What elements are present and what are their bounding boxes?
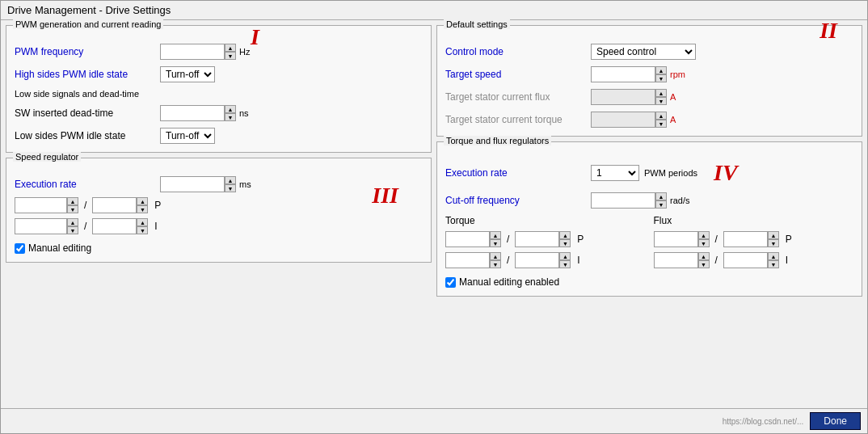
speed-i-val1-input[interactable]: 700 (15, 218, 67, 234)
flux-p-val1-up[interactable]: ▲ (698, 231, 710, 239)
pwm-frequency-down[interactable]: ▼ (225, 52, 236, 60)
cutoff-freq-down[interactable]: ▼ (655, 200, 667, 209)
torque-p-val1-spinner[interactable]: 2428 ▲ ▼ (445, 231, 501, 247)
control-mode-select[interactable]: Speed control Torque control Flux contro… (591, 44, 696, 60)
torque-i-val1-down[interactable]: ▼ (490, 260, 501, 268)
speed-p-val2-up[interactable]: ▲ (137, 197, 148, 205)
flux-i-label: I (786, 255, 788, 266)
target-speed-up[interactable]: ▲ (655, 66, 667, 74)
target-flux-label: Target stator current flux (445, 91, 591, 103)
sw-dead-time-down[interactable]: ▼ (225, 113, 236, 121)
flux-i-val1-down[interactable]: ▼ (698, 260, 710, 268)
flux-i-val1-spinner[interactable]: 180 ▲ ▼ (654, 252, 710, 268)
torque-p-val1-down[interactable]: ▼ (490, 239, 501, 247)
flux-i-val1-up[interactable]: ▲ (698, 252, 710, 260)
flux-p-val1-input[interactable]: 2400 (654, 231, 698, 247)
roman-i: I (251, 24, 259, 50)
torque-i-val2-up[interactable]: ▲ (559, 252, 571, 260)
speed-i-val1-down[interactable]: ▼ (67, 226, 78, 234)
speed-p-row: 1000 ▲ ▼ / 16 ▲ ▼ P (15, 197, 423, 213)
speed-regulator-label: Speed regulator (13, 152, 81, 162)
torque-p-val2-down[interactable]: ▼ (559, 239, 571, 247)
torque-i-val1-spinner[interactable]: 177 ▲ ▼ (445, 252, 501, 268)
speed-i-val2-input[interactable]: 256 (92, 218, 137, 234)
torque-p-row: 2428 ▲ ▼ / 8192 ▲ (445, 231, 646, 247)
torque-p-val1-input[interactable]: 2428 (445, 231, 490, 247)
sw-dead-time-spinner[interactable]: 800 ▲ ▼ (160, 105, 236, 121)
footer-bar: https://blog.csdn.net/... Done (1, 408, 867, 433)
torque-i-val2-spinner[interactable]: 16384 ▲ ▼ (515, 252, 571, 268)
cutoff-freq-input[interactable]: 2000 (591, 192, 655, 209)
speed-i-val2-spinner[interactable]: 256 ▲ ▼ (92, 218, 148, 234)
speed-p-val2-spinner[interactable]: 16 ▲ ▼ (92, 197, 148, 213)
tf-manual-editing-checkbox[interactable] (445, 277, 456, 288)
speed-manual-editing-checkbox[interactable] (15, 243, 25, 254)
pwm-frequency-input[interactable]: 16000 (160, 44, 225, 60)
flux-i-val2-down[interactable]: ▼ (768, 260, 779, 268)
speed-p-val2-down[interactable]: ▼ (137, 205, 148, 213)
target-speed-spinner[interactable]: 1500 ▲ ▼ (591, 66, 667, 82)
target-speed-input[interactable]: 1500 (591, 66, 655, 82)
torque-i-val2-down[interactable]: ▼ (559, 260, 571, 268)
main-window: Drive Management - Drive Settings PWM ge… (0, 0, 868, 434)
pwm-frequency-spinner[interactable]: 16000 ▲ ▼ (160, 44, 236, 60)
flux-p-val2-input[interactable]: 8200 (723, 231, 768, 247)
target-flux-down[interactable]: ▼ (655, 97, 667, 105)
target-flux-up[interactable]: ▲ (655, 89, 667, 97)
done-button[interactable]: Done (810, 412, 861, 430)
flux-p-val1-down[interactable]: ▼ (698, 239, 710, 247)
target-flux-unit: A (670, 92, 676, 102)
flux-i-val2-spinner[interactable]: 16340 ▲ ▼ (723, 252, 779, 268)
speed-exec-rate-unit: ms (239, 179, 251, 189)
torque-p-val2-up[interactable]: ▲ (559, 231, 571, 239)
torque-i-val2-input[interactable]: 16384 (515, 252, 559, 268)
torque-i-val1-input[interactable]: 177 (445, 252, 490, 268)
sw-dead-time-input[interactable]: 800 (160, 105, 225, 121)
torque-i-label: I (577, 255, 579, 266)
high-side-select[interactable]: Turn-off Turn-on (160, 66, 215, 82)
pwm-frequency-up[interactable]: ▲ (225, 44, 236, 52)
sw-dead-time-row: SW inserted dead-time 800 ▲ ▼ ns (15, 105, 423, 121)
speed-p-val1-spinner[interactable]: 1000 ▲ ▼ (15, 197, 78, 213)
cutoff-freq-up[interactable]: ▲ (655, 192, 667, 200)
target-flux-spinner[interactable]: 0.00 ▲ ▼ (591, 89, 667, 105)
tf-manual-editing-row: Manual editing enabled (445, 276, 853, 288)
flux-i-val2-input[interactable]: 16340 (723, 252, 768, 268)
speed-i-val1-up[interactable]: ▲ (67, 218, 78, 226)
target-flux-input[interactable]: 0.00 (591, 89, 655, 105)
speed-exec-rate-down[interactable]: ▼ (225, 184, 236, 192)
target-speed-down[interactable]: ▼ (655, 74, 667, 82)
flux-p-val1-spinner[interactable]: 2400 ▲ ▼ (654, 231, 710, 247)
torque-p-val1-up[interactable]: ▲ (490, 231, 501, 239)
flux-p-val2-down[interactable]: ▼ (768, 239, 779, 247)
torque-p-val2-input[interactable]: 8192 (515, 231, 559, 247)
flux-p-val2-up[interactable]: ▲ (768, 231, 779, 239)
tf-exec-rate-select[interactable]: 1 2 3 (591, 165, 639, 181)
speed-i-val1-spinner[interactable]: 700 ▲ ▼ (15, 218, 78, 234)
torque-i-val1-up[interactable]: ▲ (490, 252, 501, 260)
speed-p-val1-input[interactable]: 1000 (15, 197, 67, 213)
speed-exec-rate-up[interactable]: ▲ (225, 176, 236, 184)
pwm-frequency-unit: Hz (239, 47, 250, 57)
target-torque-up[interactable]: ▲ (655, 112, 667, 120)
flux-p-val2-spinner[interactable]: 8200 ▲ ▼ (723, 231, 779, 247)
speed-exec-rate-spinner[interactable]: 1.0 ▲ ▼ (160, 176, 236, 192)
cutoff-freq-spinner[interactable]: 2000 ▲ ▼ (591, 192, 667, 209)
speed-p-val1-down[interactable]: ▼ (67, 205, 78, 213)
flux-i-val1-input[interactable]: 180 (654, 252, 698, 268)
target-torque-down[interactable]: ▼ (655, 120, 667, 128)
target-torque-spinner[interactable]: 0.00 ▲ ▼ (591, 112, 667, 128)
speed-p-val1-up[interactable]: ▲ (67, 197, 78, 205)
speed-exec-rate-input[interactable]: 1.0 (160, 176, 225, 192)
roman-iv: IV (714, 160, 738, 186)
torque-p-val2-spinner[interactable]: 8192 ▲ ▼ (515, 231, 571, 247)
flux-col: Flux 2400 ▲ ▼ / 8200 (654, 215, 854, 268)
speed-i-val2-up[interactable]: ▲ (137, 218, 148, 226)
speed-i-val2-down[interactable]: ▼ (137, 226, 148, 234)
sw-dead-time-up[interactable]: ▲ (225, 105, 236, 113)
flux-i-val2-up[interactable]: ▲ (768, 252, 779, 260)
low-side-select[interactable]: Turn-off Turn-on (160, 128, 215, 144)
speed-p-val2-input[interactable]: 16 (92, 197, 137, 213)
target-torque-input[interactable]: 0.00 (591, 112, 655, 128)
default-settings-label: Default settings (444, 19, 510, 29)
